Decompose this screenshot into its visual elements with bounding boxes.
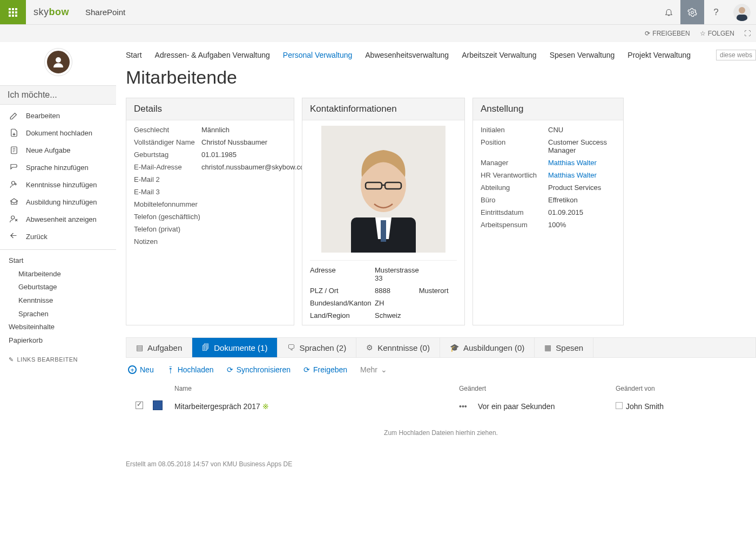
tabstrip-5[interactable]: ▦Spesen (535, 338, 593, 357)
topnav-tab-0[interactable]: Start (126, 51, 142, 59)
details-label: Notizen (134, 237, 201, 246)
tabstrip-1[interactable]: 🗐Dokumente (1) (192, 338, 278, 357)
svg-point-4 (56, 57, 61, 63)
app-launcher[interactable] (0, 0, 26, 24)
row-menu[interactable]: ••• (459, 402, 478, 411)
doc-by[interactable]: John Smith (616, 402, 756, 411)
toolbar-share[interactable]: ⟳Freigeben (303, 365, 347, 374)
topnav-tab-2[interactable]: Personal Verwaltung (283, 51, 352, 59)
contact-label: Land/Region (310, 311, 375, 319)
sidebar-action-6[interactable]: Abwesenheit anzeigen (0, 210, 116, 228)
emp-label: Initialen (481, 126, 548, 134)
action-icon (9, 214, 19, 224)
topnav-tab-1[interactable]: Adressen- & Aufgaben Verwaltung (155, 51, 270, 59)
nav-item-1[interactable]: Geburtstage (18, 281, 107, 294)
col-modified[interactable]: Geändert (459, 385, 616, 392)
card-employment-header: Anstellung (473, 98, 623, 120)
drop-hint: Zum Hochladen Dateien hierhin ziehen. (126, 416, 756, 450)
emp-label: Eintrittsdatum (481, 208, 548, 216)
tab-icon: ▤ (136, 343, 143, 352)
emp-value[interactable]: Matthias Walter (548, 159, 616, 167)
sidebar-action-3[interactable]: Sprache hinzufügen (0, 159, 116, 176)
settings-icon[interactable] (680, 0, 704, 24)
details-label: Vollständiger Name (134, 138, 201, 146)
word-icon (153, 400, 163, 410)
doc-name[interactable]: Mitarbeitergespräch 2017 ※ (174, 402, 459, 411)
toolbar-new[interactable]: +Neu (128, 365, 154, 374)
action-label: Bearbeiten (26, 112, 60, 120)
sidebar-action-2[interactable]: Neue Aufgabe (0, 141, 116, 159)
topnav-tab-4[interactable]: Arbeitszeit Verwaltung (462, 51, 537, 59)
nav-item-2[interactable]: Kenntnisse (18, 294, 107, 308)
contact-value: 8888 (375, 287, 419, 295)
tabstrip-0[interactable]: ▤Aufgaben (126, 338, 192, 357)
sidebar-action-7[interactable]: Zurück (0, 228, 116, 245)
follow-action[interactable]: ☆FOLGEN (700, 30, 734, 37)
topnav-tab-3[interactable]: Abwesenheitsverwaltung (365, 51, 449, 59)
action-icon (9, 180, 19, 189)
emp-value: Customer Success Manager (548, 138, 616, 154)
star-icon: ☆ (700, 30, 706, 37)
card-contact-header: Kontaktinformationen (302, 98, 464, 120)
sidebar-action-0[interactable]: Bearbeiten (0, 107, 116, 124)
emp-value[interactable]: Matthias Walter (548, 171, 616, 179)
nav-sitecontents[interactable]: Websiteinhalte (9, 321, 107, 334)
doc-row[interactable]: Mitarbeitergespräch 2017 ※•••Vor ein paa… (126, 396, 756, 416)
action-label: Kenntnisse hinzufügen (26, 181, 97, 189)
topnav-tab-6[interactable]: Projekt Verwaltung (627, 51, 691, 59)
waffle-icon (9, 8, 17, 17)
tab-icon: ⚙ (366, 343, 373, 352)
brand-logo: skybow (33, 6, 69, 18)
card-details: Details GeschlechtMännlichVollständiger … (126, 98, 294, 325)
employee-photo (321, 126, 446, 253)
col-name[interactable]: Name (174, 385, 459, 392)
share-action[interactable]: ⟳FREIGEBEN (645, 30, 690, 37)
details-value (201, 237, 310, 246)
col-by[interactable]: Geändert von (616, 385, 756, 392)
details-value: Männlich (201, 126, 310, 134)
card-contact: Kontaktinformationen AdresseM (302, 98, 465, 325)
tabstrip-3[interactable]: ⚙Kenntnisse (0) (356, 338, 440, 357)
toolbar-upload[interactable]: ⭱Hochladen (167, 365, 214, 374)
emp-label: HR Verantwortlich (481, 171, 548, 179)
emp-label: Manager (481, 159, 548, 167)
tabstrip-4[interactable]: 🎓Ausbildungen (0) (440, 338, 535, 357)
tabstrip-2[interactable]: 🗨Sprachen (2) (278, 338, 356, 357)
topnav-tab-5[interactable]: Spesen Verwaltung (550, 51, 615, 59)
svg-rect-3 (737, 15, 747, 21)
emp-label: Büro (481, 196, 548, 204)
nav-start[interactable]: Start (9, 254, 107, 268)
row-check[interactable] (136, 402, 143, 409)
details-label: E-Mail 2 (134, 175, 201, 183)
contact-value (419, 299, 457, 307)
brand: skybow (26, 6, 77, 18)
sidebar-action-1[interactable]: Dokument hochladen (0, 124, 116, 141)
sidebar-action-5[interactable]: Ausbildung hinzufügen (0, 193, 116, 210)
action-icon (9, 162, 19, 172)
details-label: Geschlecht (134, 126, 201, 134)
sidebar-action-4[interactable]: Kenntnisse hinzufügen (0, 176, 116, 193)
details-label: E-Mail 3 (134, 188, 201, 196)
notifications-icon[interactable] (657, 0, 680, 24)
nav-item-0[interactable]: Mitarbeitende (18, 268, 107, 281)
details-label: Geburtstag (134, 151, 201, 159)
focus-action[interactable]: ⛶ (744, 30, 751, 37)
emp-label: Position (481, 138, 548, 154)
nav-recyclebin[interactable]: Papierkorb (9, 334, 107, 348)
nav-item-3[interactable]: Sprachen (18, 308, 107, 321)
details-value (201, 200, 310, 208)
emp-value: CNU (548, 126, 616, 134)
edit-links[interactable]: ✎LINKS BEARBEITEN (0, 352, 116, 368)
toolbar-more[interactable]: Mehr ⌄ (360, 365, 387, 374)
toolbar-sync[interactable]: ⟳Synchronisieren (227, 365, 291, 374)
help-icon[interactable]: ? (704, 0, 728, 24)
tab-icon: 🗨 (287, 343, 295, 352)
user-avatar[interactable] (733, 4, 751, 21)
details-value (201, 213, 310, 221)
search-input[interactable]: diese webs (716, 50, 756, 60)
details-label: Telefon (geschäftlich) (134, 213, 201, 221)
details-value: Christof Nussbaumer (201, 138, 310, 146)
emp-value: 01.09.2015 (548, 208, 616, 216)
contact-label: Adresse (310, 266, 375, 282)
focus-icon: ⛶ (744, 30, 751, 37)
